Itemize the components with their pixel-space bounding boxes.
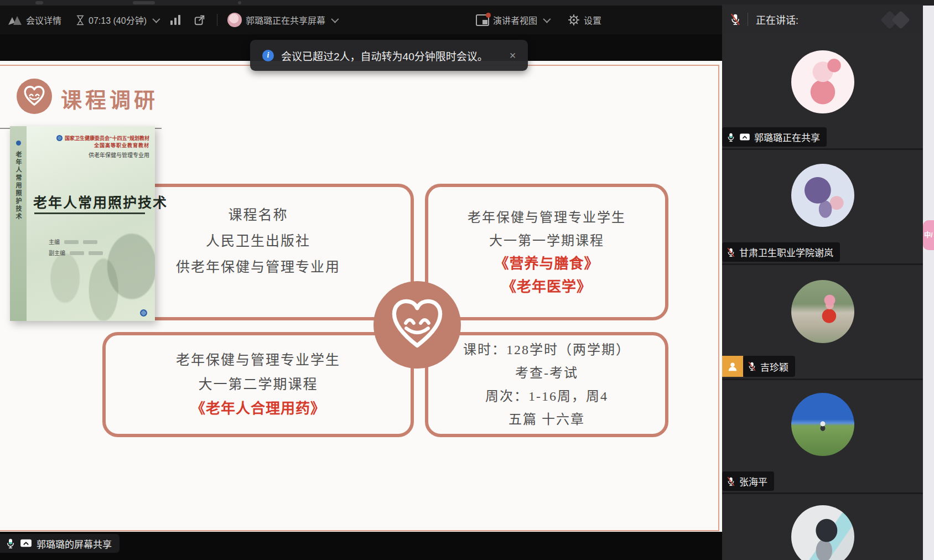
presenter-avatar xyxy=(227,13,242,27)
bottom-band: 郭璐璐的屏幕共享 xyxy=(0,532,722,560)
participant-label: 甘肃卫生职业学院谢岚 xyxy=(722,242,840,262)
participant-tile[interactable] xyxy=(722,494,923,560)
screen-share-icon xyxy=(20,538,32,548)
participant-label: 郭璐璐正在共享 xyxy=(722,127,827,147)
chevron-down-icon xyxy=(331,15,339,23)
quadrant-box-semester1: 老年保健与管理专业学生 大一第一学期课程 《营养与膳食》 《老年医学》 xyxy=(425,184,668,320)
center-heart-icon xyxy=(373,281,461,369)
notification-dot xyxy=(486,13,491,18)
meeting-timer-button[interactable]: 07:13 (40分钟) xyxy=(76,13,158,27)
participants-sidebar: 正在讲话: 郭璐璐 xyxy=(722,4,923,560)
participant-name: 郭璐璐正在共享 xyxy=(754,130,820,144)
info-icon: i xyxy=(262,50,274,61)
screen-share-icon xyxy=(739,133,750,142)
avatar xyxy=(791,393,854,456)
header-divider xyxy=(748,13,748,26)
meeting-limit-toast: i 会议已超过2人，自动转为40分钟限时会议。 × xyxy=(250,40,528,71)
book-title-rule xyxy=(34,212,145,214)
view-mode-label: 演讲者视图 xyxy=(493,13,537,27)
book-title: 老年人常用照护技术 xyxy=(33,191,151,211)
chevron-down-icon xyxy=(543,15,551,23)
sharer-status-button[interactable]: 郭璐璐正在共享屏幕 xyxy=(227,13,337,27)
book-editors: 主编 副主编 xyxy=(49,237,103,259)
participant-tile[interactable]: 吉珍颖 xyxy=(722,265,923,378)
participant-tile[interactable]: 张海平 xyxy=(722,380,923,492)
background-window-strip: 中/ xyxy=(923,6,934,560)
participant-name: 甘肃卫生职业学院谢岚 xyxy=(739,245,833,259)
hourglass-icon xyxy=(76,14,85,26)
quadrant-box-semester2: 老年保健与管理专业学生 大一第二学期课程 《老年人合理用药》 xyxy=(102,332,414,437)
speaking-header: 正在讲话: xyxy=(722,4,923,34)
signal-bars-icon xyxy=(170,15,180,25)
participant-label: 吉珍颖 xyxy=(743,356,795,377)
app-window: 会议详情 07:13 (40分钟) 郭璐璐正在共享屏幕 xyxy=(0,0,934,560)
screen-share-status: 郭璐璐的屏幕共享 xyxy=(0,534,120,553)
popout-icon xyxy=(194,14,206,26)
mic-muted-icon xyxy=(730,13,741,26)
timer-label: 07:13 (40分钟) xyxy=(89,13,147,27)
speaking-label: 正在讲话: xyxy=(756,12,798,27)
participant-tile[interactable]: 郭璐璐正在共享 xyxy=(722,34,923,148)
shared-slide: 课程调研 老年人常用照护技术 国家卫生健康委员会“十四五”规划教材 全国高等职业… xyxy=(0,61,722,533)
meeting-details-label: 会议详情 xyxy=(26,13,61,27)
mic-muted-icon xyxy=(727,476,735,487)
book-spine-title: 老年人常用照护技术 xyxy=(14,151,23,221)
mic-on-icon xyxy=(6,537,15,549)
quadrant-box-schedule: 课时：128学时（两学期） 考查-考试 周次：1-16周，周4 五篇 十六章 xyxy=(425,332,668,437)
book-spine: 老年人常用照护技术 xyxy=(10,126,27,321)
meeting-details-button[interactable]: 会议详情 xyxy=(8,13,61,27)
toolbar-divider xyxy=(217,14,217,26)
chevron-down-icon xyxy=(152,15,160,23)
ime-toggle-badge[interactable]: 中/ xyxy=(923,220,934,250)
toast-message: 会议已超过2人，自动转为40分钟限时会议。 xyxy=(281,48,488,63)
publisher-logo-icon xyxy=(140,309,147,317)
settings-label: 设置 xyxy=(584,13,601,27)
close-icon[interactable]: × xyxy=(510,49,516,62)
book-front-cover: 国家卫生健康委员会“十四五”规划教材 全国高等职业教育教材 供老年保健与管理专业… xyxy=(27,126,155,321)
avatar xyxy=(791,280,854,343)
avatar xyxy=(791,164,854,227)
ministry-logo-icon xyxy=(56,135,63,141)
publisher-logo-icon xyxy=(16,141,21,146)
participant-tile[interactable]: 甘肃卫生职业学院谢岚 xyxy=(722,150,923,263)
avatar xyxy=(791,505,854,560)
book-cover: 老年人常用照护技术 国家卫生健康委员会“十四五”规划教材 全国高等职业教育教材 … xyxy=(10,126,155,321)
meeting-watermark-icon xyxy=(880,11,915,30)
meeting-toolbar: 会议详情 07:13 (40分钟) 郭璐璐正在共享屏幕 xyxy=(0,6,722,34)
person-badge-icon xyxy=(722,356,743,377)
view-mode-button[interactable]: 演讲者视图 xyxy=(476,13,549,27)
settings-button[interactable]: 设置 xyxy=(568,13,601,27)
screen-share-status-label: 郭璐璐的屏幕共享 xyxy=(37,537,112,551)
participant-name: 张海平 xyxy=(739,474,767,488)
mic-on-icon xyxy=(727,132,735,143)
chrome-glyph xyxy=(35,1,43,4)
mic-muted-icon xyxy=(748,361,756,372)
book-series-badge: 国家卫生健康委员会“十四五”规划教材 全国高等职业教育教材 供老年保健与管理专业… xyxy=(56,135,149,159)
slide-title: 课程调研 xyxy=(61,83,158,113)
mic-muted-icon xyxy=(727,247,735,258)
sharer-status-label: 郭璐璐正在共享屏幕 xyxy=(246,13,325,27)
participant-label: 张海平 xyxy=(722,471,774,491)
gear-icon xyxy=(568,14,580,26)
heart-logo-icon xyxy=(17,79,52,114)
participant-name: 吉珍颖 xyxy=(760,360,788,374)
avatar xyxy=(791,50,854,113)
meeting-logo-icon xyxy=(8,14,22,25)
chrome-glyph xyxy=(133,1,155,4)
network-signal-button[interactable] xyxy=(170,15,180,25)
popout-window-button[interactable] xyxy=(194,14,206,26)
chrome-glyph xyxy=(238,1,241,4)
layout-view-icon xyxy=(476,14,489,26)
